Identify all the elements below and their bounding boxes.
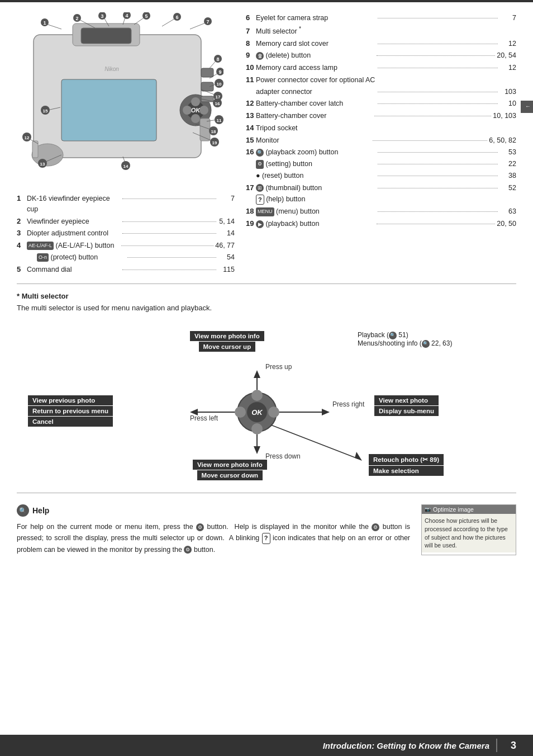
svg-text:7: 7 — [206, 19, 209, 25]
svg-text:11: 11 — [217, 118, 222, 123]
help-title: 🔍 Help — [17, 504, 410, 517]
part-num: 9 — [246, 50, 256, 61]
part-num: 14 — [246, 122, 256, 134]
part-name: Command dial — [27, 264, 121, 275]
part-name: Memory card access lamp — [256, 63, 376, 73]
part-name: ● (reset) button — [256, 171, 376, 181]
part-num: 6 — [246, 12, 256, 23]
svg-text:15: 15 — [43, 108, 48, 114]
part-item-4b: O-n (protect) button 54 — [27, 252, 235, 263]
part-num: 12 — [246, 98, 256, 109]
part-dots — [378, 188, 498, 188]
part-dots — [378, 176, 498, 176]
svg-marker-95 — [355, 452, 362, 461]
part-page: 115 — [218, 264, 235, 275]
screenshot-title-icon: 📷 — [425, 507, 431, 512]
part-item-12: 12 Battery-chamber cover latch 10 — [246, 98, 516, 109]
menu-icon-sm: 🔍 — [422, 340, 430, 348]
multi-selector-title: * Multi selector — [17, 292, 516, 300]
part-item-14: 14 Tripod socket — [246, 122, 516, 134]
part-name: Monitor — [256, 135, 371, 146]
svg-text:10: 10 — [217, 82, 222, 87]
svg-text:5: 5 — [145, 13, 147, 19]
left-label-container: View previous photo Return to previous m… — [28, 395, 113, 427]
part-item-8: 8 Memory card slot cover 12 — [246, 38, 516, 49]
svg-text:14: 14 — [123, 164, 129, 169]
help-icon: 🔍 — [17, 504, 29, 517]
parts-list-left: 1 DK-16 viewfinder eyepiece cup 7 2 View… — [17, 193, 235, 275]
part-dots — [127, 257, 216, 258]
part-item-17: 17 ⊞ (thumbnail) button 52 — [246, 182, 516, 193]
svg-line-33 — [162, 18, 176, 26]
part-dots — [374, 116, 491, 116]
part-page: 63 — [499, 206, 516, 217]
svg-text:Press up: Press up — [265, 363, 292, 371]
part-item-16: 16 🔍 (playback zoom) button 53 — [246, 147, 516, 158]
part-item-6: 6 Eyelet for camera strap 7 — [246, 12, 516, 23]
part-num: 16 — [246, 147, 256, 158]
part-name: Battery-chamber cover latch — [256, 98, 376, 109]
svg-rect-3 — [61, 79, 156, 141]
svg-rect-15 — [201, 82, 213, 91]
svg-text:8: 8 — [216, 56, 219, 62]
part-item-9: 9 🗑 (delete) button 20, 54 — [246, 50, 516, 61]
screenshot-title-text: Optimize image — [433, 506, 474, 513]
part-dots — [122, 199, 216, 199]
part-num: 19 — [246, 218, 256, 229]
part-num: 4 — [17, 240, 27, 251]
part-item-16b: ⚙ (setting) button 22 — [256, 159, 516, 169]
help-body-icon1: ⚙ — [196, 523, 204, 531]
part-page: 6, 50, 82 — [489, 135, 516, 146]
main-content: OK Nikon — [0, 2, 533, 565]
bottom-right-label-dark2: Make selection — [369, 466, 444, 476]
part-page: 7 — [218, 193, 235, 204]
part-page: 12 — [499, 63, 516, 73]
protect-icon: O-n — [37, 253, 49, 262]
left-label-dark1: View previous photo — [28, 395, 113, 405]
divider-2 — [17, 493, 516, 493]
part-item-13: 13 Battery-chamber cover 10, 103 — [246, 110, 516, 121]
svg-text:9: 9 — [218, 69, 221, 75]
part-page: 12 — [499, 39, 516, 49]
zoom-icon: 🔍 — [256, 149, 264, 157]
svg-text:OK: OK — [251, 408, 263, 417]
part-dots — [377, 55, 496, 56]
bottom-right-label-dark1: Retouch photo (✂ 89) — [369, 454, 444, 465]
part-name: ? (help) button — [256, 194, 516, 205]
part-page: 10 — [499, 98, 516, 109]
part-dots — [122, 221, 216, 222]
part-page: 38 — [499, 171, 516, 181]
help-body-icon2: ⚙ — [372, 523, 379, 531]
svg-text:1: 1 — [43, 20, 46, 26]
svg-text:16: 16 — [215, 101, 220, 106]
part-item-2: 2 Viewfinder eyepiece 5, 14 — [17, 216, 235, 227]
right-label-dark2: Display sub-menu — [374, 406, 439, 416]
part-num: 10 — [246, 62, 256, 73]
part-page: 7 — [499, 13, 516, 23]
svg-text:19: 19 — [212, 140, 217, 145]
divider-1 — [17, 284, 516, 284]
setting-icon: ⚙ — [256, 160, 264, 169]
part-num: 17 — [246, 182, 256, 193]
part-name: Viewfinder eyepiece — [27, 216, 121, 227]
part-name: DK-16 viewfinder eyepiece cup — [27, 193, 121, 215]
multi-selector-diagram: OK Press up Press down Press left Press … — [17, 320, 497, 485]
top-right-label1: Playback (🔍 51) — [358, 331, 452, 339]
part-name: Power connector cover for optional AC — [256, 75, 516, 86]
part-dots — [122, 233, 216, 234]
part-name: MENU (menu) button — [256, 206, 376, 217]
camera-diagram: OK Nikon — [17, 12, 235, 276]
svg-point-84 — [251, 390, 263, 401]
part-dots — [378, 211, 498, 212]
help-q-icon: ? — [256, 195, 264, 205]
part-item-11: 11 Power connector cover for optional AC — [246, 74, 516, 86]
part-page: 103 — [499, 87, 516, 97]
left-label-dark2: Return to previous menu — [28, 406, 113, 416]
help-body: For help on the current mode or menu ite… — [17, 521, 410, 555]
svg-text:OK: OK — [191, 107, 201, 114]
svg-point-10 — [191, 114, 200, 123]
svg-line-36 — [190, 22, 207, 29]
part-dots — [378, 103, 498, 104]
help-screenshot: 📷 Optimize image Choose how pictures wil… — [421, 504, 516, 555]
part-name: Tripod socket — [256, 123, 516, 134]
